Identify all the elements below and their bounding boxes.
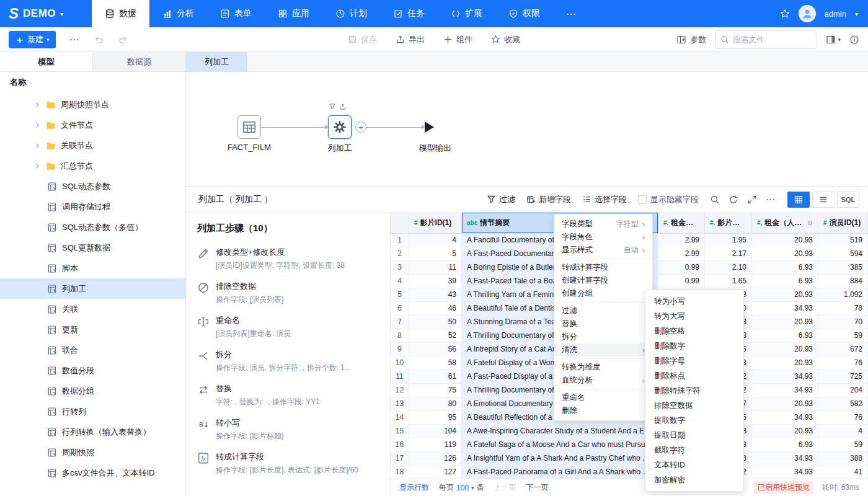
tree-node[interactable]: 更新 (0, 319, 185, 340)
prev-page-button[interactable]: 上一页 (494, 482, 516, 493)
canvas-tab[interactable]: 列加工 (186, 52, 247, 72)
tree-folder[interactable]: 文件节点 (0, 115, 185, 135)
column-header[interactable]: #影片ID(1) (409, 213, 462, 234)
view-sql-button[interactable]: SQL (837, 192, 859, 208)
tree-folder[interactable]: 汇总节点 (0, 156, 185, 176)
submenu-item[interactable]: 提取数字 (645, 413, 743, 428)
submenu-item[interactable]: 加密解密 (645, 472, 743, 487)
toolbar-favorite-button[interactable]: 收藏 (491, 34, 520, 45)
context-menu-item[interactable]: 拆分 (554, 330, 652, 343)
submenu-item[interactable]: 转为大写 (645, 309, 743, 324)
toolbar-export-button[interactable]: 导出 (396, 34, 425, 45)
add-node-button[interactable]: + (355, 122, 366, 133)
show-hidden-fields-toggle[interactable]: 显示隐藏字段 (638, 194, 699, 205)
flow-node-column-process[interactable] (328, 115, 352, 139)
tree-node[interactable]: SQL更新数据 (0, 237, 185, 258)
tree-node[interactable]: 调用存储过程 (0, 197, 185, 217)
context-menu-item[interactable]: 显示样式自动› (554, 244, 652, 257)
context-menu-item[interactable]: 替换 (554, 317, 652, 330)
tree-folder[interactable]: 关联节点 (0, 135, 185, 156)
nav-tab-permission[interactable]: 权限 (495, 0, 553, 27)
submenu-item[interactable]: 删除标点 (645, 368, 743, 383)
avatar[interactable] (799, 5, 816, 22)
info-icon[interactable] (849, 35, 859, 45)
column-header[interactable]: #.影片长度 (705, 213, 752, 234)
nav-tab-form[interactable]: 表单 (207, 0, 265, 27)
table-row[interactable]: 15104A Awe-Inspiring Character Study of … (391, 425, 868, 438)
step-item[interactable]: a转小写操作字段: [影片标题] (197, 412, 379, 446)
submenu-item[interactable]: 删除字母 (645, 353, 743, 368)
toolbar-component-button[interactable]: 组件 (443, 34, 472, 45)
context-menu-item[interactable]: 字段类型字符型› (554, 218, 652, 231)
favorite-star-icon[interactable] (780, 9, 790, 19)
page-size-control[interactable]: 每页 100 ▾ 条 (439, 482, 484, 493)
context-menu-item[interactable]: 创建分组 (554, 287, 652, 300)
view-grid-button[interactable] (787, 192, 810, 208)
play-output-icon[interactable] (425, 122, 434, 133)
tree-node[interactable]: 联合 (0, 340, 185, 360)
tree-node[interactable]: 行转列 (0, 401, 185, 422)
nav-tab-task[interactable]: 任务 (380, 0, 438, 27)
submenu-item[interactable]: 截取字符 (645, 443, 743, 458)
tree-folder[interactable]: 周期快照节点 (0, 94, 185, 115)
submenu-item[interactable]: 删除特殊字符 (645, 383, 743, 398)
nav-tab-apps[interactable]: 应用 (265, 0, 322, 27)
new-button[interactable]: ＋ 新建 ▾ (9, 31, 56, 48)
nav-tab-extension[interactable]: 扩展 (438, 0, 495, 27)
table-row[interactable]: 16119A Fateful Saga of a Moose And a Car… (391, 438, 868, 452)
tab-model[interactable]: 模型 (0, 52, 92, 71)
search-box[interactable] (715, 30, 817, 49)
layout-toggle-button[interactable]: ▾ (826, 35, 841, 45)
step-item[interactable]: fx转成计算字段操作字段: [影片长度], 表达式: [影片长度]/60 (197, 446, 379, 480)
context-menu-item[interactable]: 删除 (554, 404, 652, 417)
table-row[interactable]: 18127A Fast-Paced Panorama of a Girl And… (391, 466, 868, 479)
addField-action-button[interactable]: 新增字段 (526, 194, 571, 205)
undo-icon[interactable] (94, 35, 104, 45)
step-item[interactable]: 拆分操作字段: 演员, 拆分字符: , 拆分个数: 1... (197, 344, 379, 378)
context-menu-item[interactable]: 转成计算字段 (554, 261, 652, 274)
tree-node[interactable]: 数值分段 (0, 360, 185, 381)
redo-icon[interactable] (118, 35, 128, 45)
submenu-item[interactable]: 删除数字 (645, 339, 743, 353)
search-input[interactable] (733, 35, 801, 44)
nav-tab-analysis[interactable]: 分析 (149, 0, 207, 27)
context-menu-item[interactable]: 转换为维度 (554, 361, 652, 374)
export-mini-icon[interactable] (339, 103, 347, 110)
filter-mini-icon[interactable] (329, 103, 336, 110)
checkbox-icon[interactable] (638, 195, 647, 204)
funnel-action-button[interactable]: 过滤 (487, 194, 515, 205)
context-menu-item[interactable]: 字段角色› (554, 231, 652, 244)
tree-node[interactable]: 关联 (0, 299, 185, 319)
tree-node[interactable]: 脚本 (0, 258, 185, 278)
tab-datasource[interactable]: 数据源 (92, 52, 185, 71)
view-list-button[interactable] (812, 192, 835, 208)
submenu-item[interactable]: 文本转ID (645, 458, 743, 472)
column-header[interactable]: #演员ID(1) (818, 213, 868, 234)
context-menu-item[interactable]: 清洗› (554, 343, 652, 356)
column-header[interactable]: #,租金（人民币） (752, 213, 818, 234)
expand-icon[interactable] (747, 195, 757, 205)
next-page-button[interactable]: 下一页 (526, 482, 549, 493)
nav-tab-more[interactable]: ⋯ (553, 0, 590, 27)
tree-node[interactable]: 列加工 (0, 278, 185, 299)
tree-node[interactable]: 数据分组 (0, 381, 185, 401)
show-row-count-link[interactable]: 显示行数 (399, 482, 429, 493)
step-item[interactable]: 修改类型+修改长度[演员ID]设置类型: 字符型, 设置长度: 38 (197, 242, 379, 276)
tree-node[interactable]: 周期快照 (0, 442, 185, 463)
context-menu-item[interactable]: 重命名 (554, 391, 652, 404)
selectField-action-button[interactable]: 选择字段 (582, 194, 627, 205)
submenu-item[interactable]: 转为小写 (645, 294, 743, 309)
search-icon[interactable] (710, 195, 720, 205)
tree-node[interactable]: SQL动态参数 (0, 176, 185, 197)
submenu-item[interactable]: 删除空格 (645, 324, 743, 339)
page-size-value[interactable]: 100 (456, 484, 469, 492)
nav-tab-data[interactable]: 数据 (92, 0, 149, 27)
table-row[interactable]: 17126A Insightful Yarn of a A Shark And … (391, 452, 868, 466)
toolbar-more-button[interactable]: ⋯ (69, 33, 81, 45)
toolbar-save-button[interactable]: 保存 (348, 34, 377, 45)
tree-node[interactable]: 行列转换（输入表替换） (0, 422, 185, 442)
context-menu-item[interactable]: 创建计算字段 (554, 274, 652, 287)
user-menu-chevron-icon[interactable]: ▾ (855, 11, 858, 17)
tree-node[interactable]: SQL动态参数（多值） (0, 217, 185, 237)
flow-canvas[interactable]: FACT_FILM 列加工 + 模型输出 (186, 72, 868, 186)
